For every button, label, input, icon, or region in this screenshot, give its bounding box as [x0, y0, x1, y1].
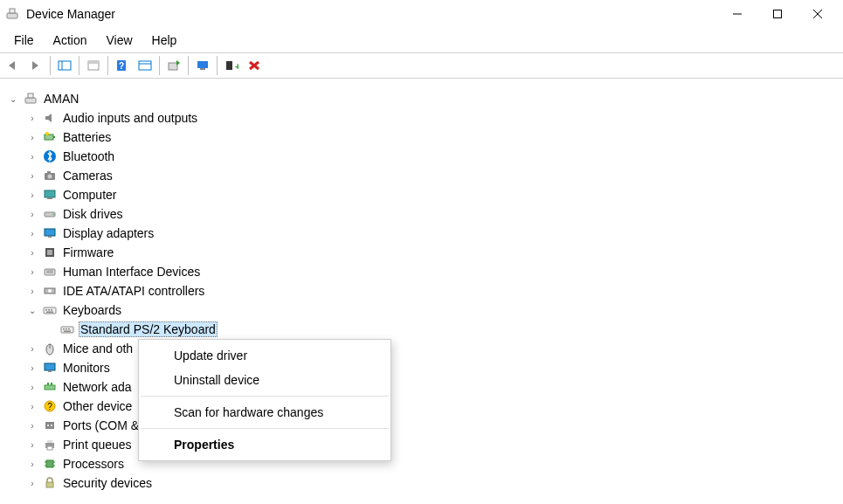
tree-category[interactable]: ⌄ Keyboards [2, 300, 843, 320]
svg-rect-52 [64, 331, 71, 333]
tree-category[interactable]: › Computer [2, 185, 843, 204]
close-button[interactable] [798, 1, 838, 27]
svg-point-25 [45, 132, 49, 135]
toolbar-separator [79, 56, 79, 75]
uninstall-button[interactable] [243, 54, 266, 77]
tree-category[interactable]: › Processors [2, 454, 843, 473]
tree-category-label: Bluetooth [61, 148, 116, 164]
device-tree[interactable]: ⌄ AMAN › Audio inputs and outputs › Batt… [0, 84, 843, 504]
context-menu: Update driverUninstall deviceScan for ha… [138, 339, 391, 461]
tree-category-label: Security devices [61, 475, 154, 491]
chevron-right-icon[interactable]: › [26, 112, 38, 124]
chevron-right-icon[interactable]: › [26, 189, 38, 201]
tree-category[interactable]: › IDE ATA/ATAPI controllers [2, 281, 843, 300]
scan-hardware-button[interactable] [191, 54, 214, 77]
svg-rect-62 [45, 422, 54, 429]
svg-rect-14 [169, 63, 177, 70]
context-menu-item[interactable]: Uninstall device [139, 368, 390, 392]
tree-category-label: Audio inputs and outputs [61, 110, 199, 126]
svg-rect-15 [197, 61, 208, 68]
computer-root-icon [23, 92, 38, 106]
tree-category[interactable]: › Network ada [2, 377, 843, 397]
tree-category[interactable]: › Bluetooth [2, 147, 843, 166]
tree-category[interactable]: › ? Other device [2, 397, 843, 416]
chevron-down-icon[interactable]: ⌄ [7, 93, 19, 105]
minimize-button[interactable] [717, 1, 757, 27]
context-menu-separator [141, 428, 389, 429]
tree-category-label: Other device [61, 398, 134, 414]
chevron-down-icon[interactable]: ⌄ [26, 304, 38, 316]
chevron-right-icon[interactable]: › [26, 169, 38, 182]
chevron-right-icon[interactable]: › [26, 362, 38, 374]
tree-category[interactable]: › Firmware [2, 243, 843, 262]
forward-button[interactable] [24, 54, 47, 77]
tree-category-label: Processors [61, 456, 126, 472]
chevron-right-icon[interactable]: › [26, 246, 38, 259]
context-menu-item[interactable]: Properties [139, 432, 390, 457]
svg-rect-17 [226, 61, 232, 70]
tree-category[interactable]: › Human Interface Devices [2, 262, 843, 281]
svg-rect-55 [45, 363, 55, 370]
chevron-right-icon[interactable]: › [26, 419, 38, 432]
tree-category-label: Computer [61, 187, 118, 203]
svg-point-64 [51, 425, 52, 426]
disk-icon [42, 207, 58, 221]
svg-rect-51 [68, 328, 70, 330]
svg-rect-44 [45, 309, 47, 311]
tree-device[interactable]: Standard PS/2 Keyboard [2, 320, 843, 339]
menu-action[interactable]: Action [45, 31, 96, 49]
menu-help[interactable]: Help [143, 31, 186, 49]
chevron-right-icon[interactable]: › [26, 342, 38, 355]
chevron-right-icon[interactable]: › [26, 458, 38, 470]
back-button[interactable] [2, 54, 24, 77]
menubar: File Action View Help [0, 28, 843, 52]
chevron-right-icon[interactable]: › [26, 477, 38, 489]
tree-category[interactable]: › Print queues [2, 435, 843, 454]
tree-category-label: Firmware [61, 245, 115, 260]
svg-rect-0 [7, 13, 17, 18]
toolbar-separator [50, 56, 51, 75]
toolbar: ? + [0, 52, 843, 79]
svg-rect-9 [88, 61, 99, 64]
tree-root[interactable]: ⌄ AMAN [2, 89, 843, 108]
tree-category-label: Monitors [61, 360, 112, 376]
tree-category[interactable]: › Cameras [2, 166, 843, 185]
add-legacy-button[interactable]: + [220, 54, 243, 77]
svg-rect-35 [48, 236, 52, 238]
chevron-right-icon[interactable]: › [26, 131, 38, 143]
svg-point-28 [48, 175, 52, 179]
tree-category[interactable]: › Display adapters [2, 224, 843, 243]
svg-point-42 [48, 289, 52, 293]
tree-category[interactable]: › Ports (COM & [2, 416, 843, 435]
chevron-right-icon[interactable]: › [26, 227, 38, 239]
show-hide-tree-button[interactable] [53, 54, 76, 77]
tree-category[interactable]: › Monitors [2, 358, 843, 377]
help-button[interactable]: ? [111, 54, 134, 77]
tree-category[interactable]: › Security devices [2, 473, 843, 493]
context-menu-item[interactable]: Update driver [139, 343, 390, 368]
chevron-right-icon[interactable]: › [26, 150, 38, 162]
chevron-right-icon[interactable]: › [26, 208, 38, 220]
chevron-right-icon[interactable]: › [26, 400, 38, 412]
svg-rect-21 [25, 98, 36, 103]
properties-button[interactable] [82, 54, 105, 77]
svg-rect-49 [63, 328, 65, 330]
tree-category[interactable]: › Mice and oth [2, 339, 843, 358]
svg-rect-30 [45, 190, 55, 197]
tree-category[interactable]: › Audio inputs and outputs [2, 108, 843, 128]
tree-category[interactable]: › Batteries [2, 128, 843, 147]
tree-category-label: Human Interface Devices [61, 264, 202, 280]
context-menu-item[interactable]: Scan for hardware changes [139, 400, 390, 425]
action-center-button[interactable] [134, 54, 156, 77]
menu-view[interactable]: View [97, 31, 141, 49]
menu-file[interactable]: File [5, 31, 43, 49]
chevron-right-icon[interactable]: › [26, 285, 38, 297]
tree-category-label: Mice and oth [61, 341, 135, 356]
chevron-right-icon[interactable]: › [26, 266, 38, 278]
svg-rect-23 [45, 135, 53, 140]
maximize-button[interactable] [757, 1, 798, 27]
chevron-right-icon[interactable]: › [26, 381, 38, 393]
chevron-right-icon[interactable]: › [26, 438, 38, 451]
update-driver-button[interactable] [162, 54, 185, 77]
tree-category[interactable]: › Disk drives [2, 204, 843, 224]
